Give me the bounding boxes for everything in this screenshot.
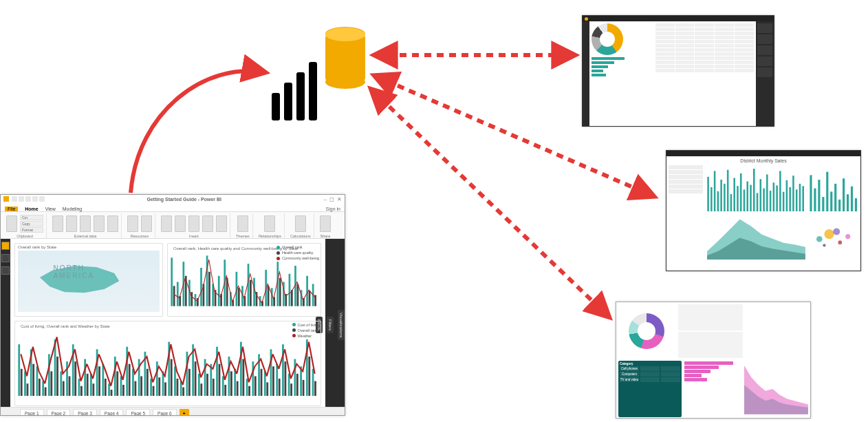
new-page-button[interactable] [161,215,172,232]
svg-rect-168 [756,193,758,211]
right-panes[interactable]: Visualizations Filters Fields [325,239,345,407]
svg-rect-154 [710,187,713,211]
ribbon-group-calculations: Calculations [287,213,314,238]
report-canvas[interactable]: Overall rank by State NORTH AMERICA Over… [10,239,325,407]
svg-rect-169 [759,179,761,211]
partner-showcase-button[interactable] [141,215,152,232]
image-button[interactable] [202,215,213,232]
ribbon-tabs[interactable]: File Home View Modeling Sign in [1,203,345,212]
svg-rect-128 [171,359,173,395]
svg-rect-167 [753,169,755,211]
get-data-button[interactable] [52,215,63,232]
svg-rect-126 [158,377,160,396]
svg-rect-110 [63,381,65,395]
ribbon-tab-view[interactable]: View [45,207,56,211]
app-icon [585,17,588,21]
dashboard-thumb-2: District Monthly Sales [666,150,861,271]
page-tab[interactable]: Page 1 [20,409,44,416]
svg-rect-102 [312,369,314,396]
ribbon-tab-home[interactable]: Home [25,207,38,211]
svg-rect-85 [210,363,212,395]
textbox-button[interactable] [188,215,199,232]
paste-button[interactable] [6,215,17,232]
dashboard-title: District Monthly Sales [669,158,858,163]
ribbon-group-themes: Themes [233,213,253,238]
switch-theme-button[interactable] [237,215,248,232]
copy-button[interactable]: Copy [20,221,43,226]
svg-rect-28 [173,286,175,306]
window-controls[interactable]: – ◻ ✕ [324,196,342,202]
solution-templates-button[interactable] [127,215,138,232]
shapes-button[interactable] [216,215,227,232]
svg-rect-147 [285,361,287,396]
page-tab[interactable]: Page 3 [73,409,97,416]
ribbon-group-label: Clipboard [17,234,33,238]
new-measure-button[interactable] [295,215,306,232]
minimize-icon[interactable]: – [324,196,327,202]
ribbon-group-external-data: External data [50,213,122,238]
data-view-icon[interactable] [1,254,10,262]
quick-access-toolbar[interactable] [12,196,45,202]
manage-relationships-button[interactable] [264,215,275,232]
svg-rect-104 [27,383,29,396]
powerbi-desktop-window: Getting Started Guide - Power BI – ◻ ✕ F… [0,194,345,416]
close-icon[interactable]: ✕ [337,196,342,202]
maximize-icon[interactable]: ◻ [329,196,334,202]
svg-rect-112 [74,361,76,396]
thumb-canvas: Category Cell phones Computers TV and vi… [616,302,810,418]
ribbon-group-relationships: Relationships [256,213,285,238]
svg-rect-76 [156,361,158,396]
data-table [655,23,754,124]
ribbon-group-label: Share [321,234,331,238]
chart-body [171,251,318,306]
svg-rect-64 [84,359,86,395]
page-tab[interactable]: Page 6 [153,409,177,416]
svg-rect-160 [730,194,732,211]
map-visual[interactable]: Overall rank by State NORTH AMERICA [14,243,163,317]
enter-data-button[interactable] [80,215,91,232]
barline-bottom-visual[interactable]: Cost of living, Overall rank and Weather… [14,321,321,406]
page-tabs[interactable]: Page 1 Page 2 Page 3 Page 4 Page 5 Page … [1,407,345,416]
kpi-card: Category Cell phones Computers TV and vi… [618,361,682,417]
donut-chart [592,23,623,55]
svg-rect-17 [253,278,255,306]
svg-rect-83 [198,374,200,396]
add-page-button[interactable]: + [180,409,189,416]
page-tab[interactable]: Page 5 [126,409,150,416]
svg-rect-181 [799,184,801,211]
svg-point-196 [824,229,834,239]
edit-queries-button[interactable] [94,215,105,232]
page-tab[interactable]: Page 4 [100,409,124,416]
svg-rect-148 [290,383,292,396]
page-tab[interactable]: Page 2 [47,409,71,416]
recent-sources-button[interactable] [66,215,77,232]
hbar-chart [684,361,741,414]
visualizations-pane[interactable]: Visualizations [338,310,345,341]
ribbon-group-label: Relationships [259,234,281,238]
slicer-panel [669,165,703,211]
svg-point-200 [823,244,825,246]
cut-button[interactable]: Cut [20,215,43,220]
svg-rect-156 [717,191,719,211]
sign-in-link[interactable]: Sign in [326,207,340,211]
new-visual-button[interactable] [175,215,186,232]
barline-top-visual[interactable]: Overall rank, Health care quality and Co… [167,243,321,317]
filters-pane[interactable]: Filters [327,317,334,333]
svg-rect-165 [746,182,748,212]
svg-rect-81 [186,352,188,396]
ribbon[interactable]: Cut Copy Format Painter Clipboard Extern… [1,212,345,239]
file-tab[interactable]: File [5,207,18,211]
view-rail[interactable] [1,239,10,407]
format-painter-button[interactable]: Format Painter [20,227,43,233]
ribbon-tab-modeling[interactable]: Modeling [63,207,82,211]
visual-title: Overall rank by State [15,244,162,249]
ribbon-group-label: Calculations [290,234,311,238]
report-view-icon[interactable] [1,242,10,250]
small-tables [678,304,743,358]
model-view-icon[interactable] [1,266,10,275]
svg-rect-8 [200,268,202,306]
svg-rect-159 [727,170,729,211]
publish-button[interactable] [320,215,331,232]
svg-rect-143 [261,369,263,396]
refresh-button[interactable] [107,215,118,232]
